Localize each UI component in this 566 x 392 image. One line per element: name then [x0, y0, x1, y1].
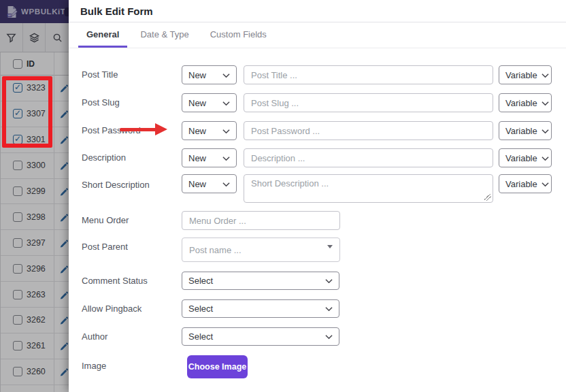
allow-pingback-label: Allow Pingback — [82, 304, 142, 314]
app-window: WP WPBULKiT — [0, 0, 566, 392]
short-description-textarea[interactable] — [244, 174, 493, 203]
modal-title: Bulk Edit Form — [69, 0, 566, 22]
description-variable-select[interactable]: Variable — [499, 148, 552, 167]
bulk-edit-form: Post TitleNewVariablePost SlugNewVariabl… — [69, 0, 566, 392]
chevron-down-icon — [537, 70, 549, 80]
chevron-down-icon — [537, 153, 549, 163]
posts-table-panel: WP WPBULKiT — [0, 0, 69, 392]
short-description-mode-select-value: New — [188, 179, 206, 189]
author-select-value: Select — [188, 331, 213, 342]
post-slug-label: Post Slug — [82, 97, 120, 108]
tab-general[interactable]: General — [78, 22, 127, 48]
chevron-down-icon — [321, 304, 333, 314]
modal-tabs: GeneralDate & TypeCustom Fields — [69, 22, 566, 48]
post-parent-label: Post Parent — [82, 242, 128, 252]
post-title-variable-select-value: Variable — [505, 70, 537, 80]
chevron-down-icon — [218, 126, 230, 136]
image-label: Image — [82, 361, 106, 371]
resize-handle-icon[interactable] — [484, 194, 491, 201]
comment-status-select-value: Select — [188, 276, 213, 286]
chevron-down-icon — [218, 153, 230, 163]
author-select[interactable]: Select — [182, 327, 339, 346]
post-title-mode-select[interactable]: New — [182, 65, 237, 84]
tab-custom-fields[interactable]: Custom Fields — [202, 22, 275, 48]
chevron-down-icon — [218, 70, 230, 80]
post-title-label: Post Title — [82, 69, 118, 80]
post-slug-variable-select-value: Variable — [505, 98, 537, 108]
post-slug-variable-select[interactable]: Variable — [499, 93, 552, 112]
post-title-input[interactable] — [244, 65, 493, 84]
chevron-down-icon — [218, 179, 230, 189]
bulk-edit-modal: Bulk Edit Form GeneralDate & TypeCustom … — [69, 0, 566, 392]
chevron-down-icon — [537, 126, 549, 136]
post-password-variable-select-value: Variable — [505, 126, 537, 136]
description-label: Description — [82, 152, 126, 163]
annotation-arrow-head — [155, 123, 167, 135]
post-title-mode-select-value: New — [188, 70, 206, 80]
comment-status-select[interactable]: Select — [182, 272, 339, 290]
description-variable-select-value: Variable — [505, 153, 537, 163]
post-slug-mode-select-value: New — [188, 98, 206, 108]
choose-image-button[interactable]: Choose Image — [187, 355, 248, 378]
post-parent-placeholder: Post name ... — [189, 245, 242, 255]
comment-status-label: Comment Status — [82, 276, 148, 286]
allow-pingback-select-value: Select — [188, 304, 213, 314]
chevron-down-icon — [537, 98, 549, 108]
menu-order-label: Menu Order — [82, 215, 129, 225]
annotation-highlight-rect — [2, 76, 52, 148]
tab-date-type[interactable]: Date & Type — [132, 22, 197, 48]
modal-dim-overlay — [0, 0, 69, 392]
annotation-arrow-shaft — [120, 128, 156, 131]
description-mode-select[interactable]: New — [182, 148, 237, 167]
post-slug-mode-select[interactable]: New — [182, 93, 237, 112]
short-description-label: Short Description — [82, 180, 150, 190]
author-label: Author — [82, 331, 107, 342]
post-password-mode-select[interactable]: New — [182, 121, 237, 140]
post-password-mode-select-value: New — [188, 126, 206, 136]
post-slug-input[interactable] — [244, 93, 493, 112]
post-title-variable-select[interactable]: Variable — [499, 65, 552, 84]
allow-pingback-select[interactable]: Select — [182, 299, 339, 318]
caret-down-icon — [327, 245, 333, 248]
chevron-down-icon — [321, 331, 333, 342]
short-description-variable-select-value: Variable — [505, 179, 537, 189]
post-password-variable-select[interactable]: Variable — [499, 121, 552, 140]
description-input[interactable] — [244, 148, 493, 167]
description-mode-select-value: New — [188, 153, 206, 163]
chevron-down-icon — [537, 179, 549, 189]
post-password-input[interactable] — [244, 121, 493, 140]
menu-order-input[interactable] — [182, 211, 340, 230]
post-parent-combobox[interactable]: Post name ... — [182, 238, 340, 262]
short-description-variable-select[interactable]: Variable — [499, 174, 552, 193]
short-description-mode-select[interactable]: New — [182, 174, 237, 193]
annotation-arrow — [120, 123, 167, 135]
chevron-down-icon — [321, 276, 333, 286]
chevron-down-icon — [218, 98, 230, 108]
